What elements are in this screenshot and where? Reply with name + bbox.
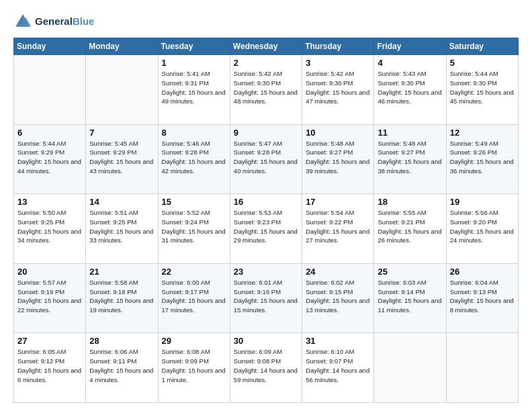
- day-info: Sunrise: 6:03 AM Sunset: 9:14 PM Dayligh…: [378, 278, 442, 315]
- calendar-cell: 5Sunrise: 5:44 AM Sunset: 9:30 PM Daylig…: [446, 55, 518, 125]
- calendar-week-row: 20Sunrise: 5:57 AM Sunset: 9:19 PM Dayli…: [14, 263, 519, 333]
- calendar-cell: [374, 333, 446, 403]
- calendar-cell: 23Sunrise: 6:01 AM Sunset: 9:16 PM Dayli…: [230, 263, 302, 333]
- calendar-cell: 4Sunrise: 5:43 AM Sunset: 9:30 PM Daylig…: [374, 55, 446, 125]
- day-info: Sunrise: 5:58 AM Sunset: 9:18 PM Dayligh…: [89, 278, 154, 315]
- dow-header: Wednesday: [230, 38, 302, 55]
- day-number: 17: [306, 197, 370, 207]
- calendar-cell: 8Sunrise: 5:46 AM Sunset: 9:28 PM Daylig…: [158, 124, 230, 194]
- dow-header: Sunday: [14, 38, 86, 55]
- day-number: 9: [234, 128, 298, 138]
- day-info: Sunrise: 6:10 AM Sunset: 9:07 PM Dayligh…: [306, 347, 370, 384]
- calendar-cell: 9Sunrise: 5:47 AM Sunset: 9:28 PM Daylig…: [230, 124, 302, 194]
- day-info: Sunrise: 6:08 AM Sunset: 9:09 PM Dayligh…: [162, 347, 226, 384]
- day-number: 22: [162, 267, 226, 277]
- day-info: Sunrise: 6:09 AM Sunset: 9:08 PM Dayligh…: [234, 347, 298, 384]
- day-info: Sunrise: 5:52 AM Sunset: 9:24 PM Dayligh…: [162, 208, 226, 245]
- day-info: Sunrise: 5:41 AM Sunset: 9:31 PM Dayligh…: [162, 69, 226, 106]
- day-number: 26: [450, 267, 515, 277]
- calendar-week-row: 6Sunrise: 5:44 AM Sunset: 9:29 PM Daylig…: [14, 124, 519, 194]
- logo-icon: [13, 12, 32, 31]
- calendar-cell: 29Sunrise: 6:08 AM Sunset: 9:09 PM Dayli…: [158, 333, 230, 403]
- header: GeneralBlue: [13, 12, 519, 31]
- days-of-week-row: SundayMondayTuesdayWednesdayThursdayFrid…: [14, 38, 519, 55]
- day-number: 14: [89, 197, 154, 207]
- calendar-cell: 26Sunrise: 6:04 AM Sunset: 9:13 PM Dayli…: [446, 263, 518, 333]
- calendar-cell: 2Sunrise: 5:42 AM Sunset: 9:30 PM Daylig…: [230, 55, 302, 125]
- calendar-cell: 24Sunrise: 6:02 AM Sunset: 9:15 PM Dayli…: [302, 263, 374, 333]
- day-info: Sunrise: 5:46 AM Sunset: 9:28 PM Dayligh…: [162, 139, 226, 176]
- day-number: 25: [378, 267, 442, 277]
- calendar-cell: 31Sunrise: 6:10 AM Sunset: 9:07 PM Dayli…: [302, 333, 374, 403]
- calendar-cell: 20Sunrise: 5:57 AM Sunset: 9:19 PM Dayli…: [14, 263, 86, 333]
- day-number: 24: [306, 267, 370, 277]
- calendar-cell: 22Sunrise: 6:00 AM Sunset: 9:17 PM Dayli…: [158, 263, 230, 333]
- day-info: Sunrise: 6:01 AM Sunset: 9:16 PM Dayligh…: [234, 278, 298, 315]
- day-info: Sunrise: 5:53 AM Sunset: 9:23 PM Dayligh…: [234, 208, 298, 245]
- day-number: 16: [234, 197, 298, 207]
- calendar-cell: 11Sunrise: 5:48 AM Sunset: 9:27 PM Dayli…: [374, 124, 446, 194]
- day-info: Sunrise: 5:51 AM Sunset: 9:25 PM Dayligh…: [89, 208, 154, 245]
- calendar-week-row: 13Sunrise: 5:50 AM Sunset: 9:25 PM Dayli…: [14, 194, 519, 264]
- calendar-cell: 10Sunrise: 5:48 AM Sunset: 9:27 PM Dayli…: [302, 124, 374, 194]
- day-number: 6: [17, 128, 82, 138]
- day-number: 5: [450, 58, 515, 68]
- calendar-cell: 7Sunrise: 5:45 AM Sunset: 9:29 PM Daylig…: [86, 124, 158, 194]
- day-info: Sunrise: 6:04 AM Sunset: 9:13 PM Dayligh…: [450, 278, 515, 315]
- dow-header: Monday: [86, 38, 158, 55]
- day-number: 1: [162, 58, 226, 68]
- calendar-cell: 18Sunrise: 5:55 AM Sunset: 9:21 PM Dayli…: [374, 194, 446, 264]
- day-number: 29: [162, 336, 226, 346]
- day-info: Sunrise: 5:48 AM Sunset: 9:27 PM Dayligh…: [306, 139, 370, 176]
- dow-header: Saturday: [446, 38, 518, 55]
- calendar-cell: 28Sunrise: 6:06 AM Sunset: 9:11 PM Dayli…: [86, 333, 158, 403]
- day-info: Sunrise: 5:49 AM Sunset: 9:26 PM Dayligh…: [450, 139, 515, 176]
- calendar-cell: 17Sunrise: 5:54 AM Sunset: 9:22 PM Dayli…: [302, 194, 374, 264]
- dow-header: Friday: [374, 38, 446, 55]
- day-number: 3: [306, 58, 370, 68]
- day-info: Sunrise: 5:57 AM Sunset: 9:19 PM Dayligh…: [17, 278, 82, 315]
- dow-header: Tuesday: [158, 38, 230, 55]
- day-info: Sunrise: 5:44 AM Sunset: 9:29 PM Dayligh…: [17, 139, 82, 176]
- calendar-cell: 19Sunrise: 5:56 AM Sunset: 9:20 PM Dayli…: [446, 194, 518, 264]
- page: GeneralBlue SundayMondayTuesdayWednesday…: [0, 0, 532, 411]
- calendar-table: SundayMondayTuesdayWednesdayThursdayFrid…: [13, 38, 519, 403]
- calendar-cell: 3Sunrise: 5:42 AM Sunset: 9:30 PM Daylig…: [302, 55, 374, 125]
- calendar-cell: 12Sunrise: 5:49 AM Sunset: 9:26 PM Dayli…: [446, 124, 518, 194]
- day-number: 28: [89, 336, 154, 346]
- day-info: Sunrise: 5:48 AM Sunset: 9:27 PM Dayligh…: [378, 139, 442, 176]
- day-info: Sunrise: 5:54 AM Sunset: 9:22 PM Dayligh…: [306, 208, 370, 245]
- day-number: 8: [162, 128, 226, 138]
- day-info: Sunrise: 5:55 AM Sunset: 9:21 PM Dayligh…: [378, 208, 442, 245]
- day-info: Sunrise: 6:00 AM Sunset: 9:17 PM Dayligh…: [162, 278, 226, 315]
- calendar-cell: 6Sunrise: 5:44 AM Sunset: 9:29 PM Daylig…: [14, 124, 86, 194]
- day-number: 15: [162, 197, 226, 207]
- logo-text: GeneralBlue: [35, 15, 94, 28]
- day-number: 10: [306, 128, 370, 138]
- calendar-cell: 14Sunrise: 5:51 AM Sunset: 9:25 PM Dayli…: [86, 194, 158, 264]
- calendar-body: 1Sunrise: 5:41 AM Sunset: 9:31 PM Daylig…: [14, 55, 519, 403]
- calendar-cell: 27Sunrise: 6:05 AM Sunset: 9:12 PM Dayli…: [14, 333, 86, 403]
- day-info: Sunrise: 5:42 AM Sunset: 9:30 PM Dayligh…: [234, 69, 298, 106]
- day-number: 18: [378, 197, 442, 207]
- day-number: 30: [234, 336, 298, 346]
- day-info: Sunrise: 5:45 AM Sunset: 9:29 PM Dayligh…: [89, 139, 154, 176]
- day-info: Sunrise: 6:02 AM Sunset: 9:15 PM Dayligh…: [306, 278, 370, 315]
- calendar-week-row: 1Sunrise: 5:41 AM Sunset: 9:31 PM Daylig…: [14, 55, 519, 125]
- day-number: 20: [17, 267, 82, 277]
- day-info: Sunrise: 5:47 AM Sunset: 9:28 PM Dayligh…: [234, 139, 298, 176]
- day-info: Sunrise: 6:06 AM Sunset: 9:11 PM Dayligh…: [89, 347, 154, 384]
- calendar-cell: 25Sunrise: 6:03 AM Sunset: 9:14 PM Dayli…: [374, 263, 446, 333]
- day-number: 2: [234, 58, 298, 68]
- calendar-cell: [14, 55, 86, 125]
- calendar-cell: 13Sunrise: 5:50 AM Sunset: 9:25 PM Dayli…: [14, 194, 86, 264]
- day-number: 21: [89, 267, 154, 277]
- day-info: Sunrise: 5:56 AM Sunset: 9:20 PM Dayligh…: [450, 208, 515, 245]
- day-number: 23: [234, 267, 298, 277]
- day-number: 31: [306, 336, 370, 346]
- day-number: 27: [17, 336, 82, 346]
- day-number: 13: [17, 197, 82, 207]
- calendar-cell: 1Sunrise: 5:41 AM Sunset: 9:31 PM Daylig…: [158, 55, 230, 125]
- calendar-cell: [86, 55, 158, 125]
- day-info: Sunrise: 5:50 AM Sunset: 9:25 PM Dayligh…: [17, 208, 82, 245]
